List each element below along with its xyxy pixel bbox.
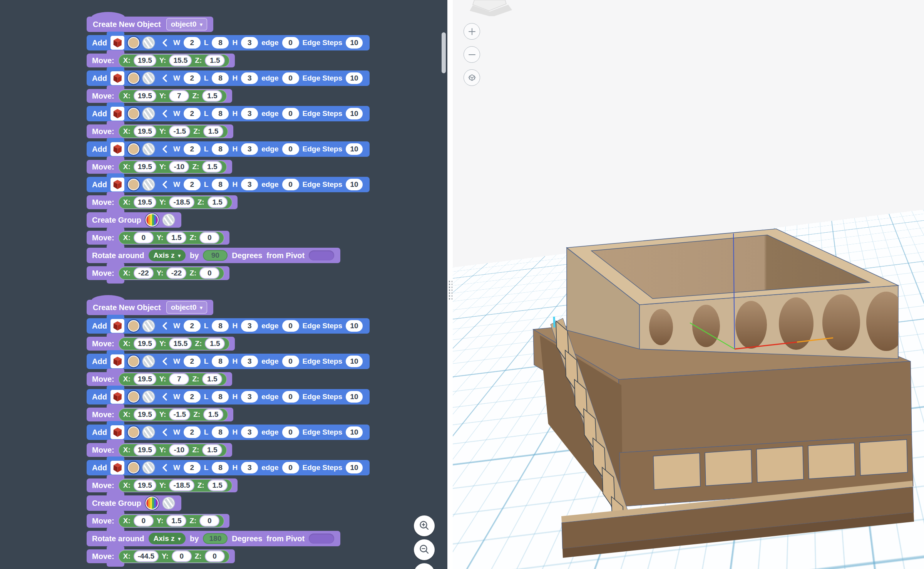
h-value-pill[interactable]: 3 <box>241 356 258 367</box>
pivot-socket[interactable] <box>309 250 334 260</box>
z-value-pill[interactable]: 0 <box>199 232 219 243</box>
color-swatch[interactable] <box>128 320 139 332</box>
3d-model[interactable] <box>447 0 924 569</box>
collapse-chevron-icon[interactable] <box>162 109 167 118</box>
create-new-object-block[interactable]: Create New Objectobject0▾ <box>87 300 213 315</box>
color-swatch[interactable] <box>128 143 139 155</box>
add-shape-block[interactable]: AddW2L8H3edge0Edge Steps10 <box>87 177 370 192</box>
add-shape-block[interactable]: AddW2L8H3edge0Edge Steps10 <box>87 106 370 121</box>
h-value-pill[interactable]: 3 <box>241 320 258 332</box>
add-shape-block[interactable]: AddW2L8H3edge0Edge Steps10 <box>87 460 370 475</box>
blocks-fit-view-button[interactable] <box>414 563 435 569</box>
material-swatch-icon[interactable] <box>143 462 154 473</box>
add-shape-block[interactable]: AddW2L8H3edge0Edge Steps10 <box>87 425 370 440</box>
color-swatch[interactable] <box>128 72 139 84</box>
collapse-chevron-icon[interactable] <box>162 145 167 153</box>
move-block[interactable]: Move:X:19.5Y:15.5Z:1.5 <box>87 337 235 351</box>
w-value-pill[interactable]: 2 <box>184 391 201 403</box>
z-value-pill[interactable]: 1.5 <box>208 196 228 208</box>
z-value-pill[interactable]: 1.5 <box>202 373 222 385</box>
edge-steps-value-pill[interactable]: 10 <box>346 320 363 332</box>
x-value-pill[interactable]: 19.5 <box>134 480 156 491</box>
h-value-pill[interactable]: 3 <box>241 462 258 473</box>
edge-steps-value-pill[interactable]: 10 <box>346 143 363 155</box>
l-value-pill[interactable]: 8 <box>212 179 229 190</box>
y-value-pill[interactable]: -1.5 <box>169 409 190 420</box>
collapse-chevron-icon[interactable] <box>162 39 167 47</box>
material-swatch-icon[interactable] <box>143 143 154 155</box>
h-value-pill[interactable]: 3 <box>241 108 258 119</box>
move-block[interactable]: Move:X:19.5Y:-1.5Z:1.5 <box>87 408 233 421</box>
collapse-chevron-icon[interactable] <box>162 463 167 472</box>
material-swatch-icon[interactable] <box>163 214 174 226</box>
w-value-pill[interactable]: 2 <box>184 72 201 84</box>
view-zoom-out-button[interactable] <box>464 46 480 63</box>
rotate-block[interactable]: Rotate aroundAxis z▾by180Degreesfrom Piv… <box>87 531 340 546</box>
l-value-pill[interactable]: 8 <box>212 37 229 49</box>
color-swatch[interactable] <box>128 356 139 367</box>
material-swatch-icon[interactable] <box>143 72 154 84</box>
z-value-pill[interactable]: 1.5 <box>205 338 225 349</box>
edge-steps-value-pill[interactable]: 10 <box>346 72 363 84</box>
vertical-scrollbar[interactable] <box>442 32 446 73</box>
y-value-pill[interactable]: -10 <box>169 161 189 173</box>
y-value-pill[interactable]: 0 <box>172 551 192 562</box>
x-value-pill[interactable]: 0 <box>134 232 154 243</box>
z-value-pill[interactable]: 0 <box>199 267 219 279</box>
group-color-swatch-icon[interactable] <box>146 213 159 227</box>
l-value-pill[interactable]: 8 <box>212 143 229 155</box>
create-group-block[interactable]: Create Group <box>87 212 181 228</box>
l-value-pill[interactable]: 8 <box>212 356 229 367</box>
edge-steps-value-pill[interactable]: 10 <box>346 179 363 190</box>
h-value-pill[interactable]: 3 <box>241 72 258 84</box>
edge-steps-value-pill[interactable]: 10 <box>346 356 363 367</box>
material-swatch-icon[interactable] <box>143 426 154 438</box>
group-color-swatch-icon[interactable] <box>146 497 159 510</box>
l-value-pill[interactable]: 8 <box>212 426 229 438</box>
move-block[interactable]: Move:X:19.5Y:-10Z:1.5 <box>87 443 232 457</box>
color-swatch[interactable] <box>128 179 139 190</box>
edge-value-pill[interactable]: 0 <box>282 143 299 155</box>
w-value-pill[interactable]: 2 <box>184 108 201 119</box>
3d-viewport[interactable] <box>447 0 924 569</box>
pivot-socket[interactable] <box>309 534 334 544</box>
box-shape-icon[interactable] <box>110 71 124 85</box>
grip-dots-icon[interactable] <box>448 280 452 300</box>
collapse-chevron-icon[interactable] <box>162 180 167 189</box>
y-value-pill[interactable]: 7 <box>169 373 189 385</box>
create-group-block[interactable]: Create Group <box>87 495 181 511</box>
x-value-pill[interactable]: 19.5 <box>134 55 156 66</box>
add-shape-block[interactable]: AddW2L8H3edge0Edge Steps10 <box>87 354 370 369</box>
w-value-pill[interactable]: 2 <box>184 179 201 190</box>
collapse-chevron-icon[interactable] <box>162 322 167 330</box>
z-value-pill[interactable]: 1.5 <box>202 444 222 456</box>
edge-steps-value-pill[interactable]: 10 <box>346 391 363 403</box>
blocks-zoom-out-button[interactable] <box>414 539 435 560</box>
edge-value-pill[interactable]: 0 <box>282 320 299 332</box>
y-value-pill[interactable]: -10 <box>169 444 189 456</box>
move-block[interactable]: Move:X:19.5Y:-18.5Z:1.5 <box>87 478 238 492</box>
edge-steps-value-pill[interactable]: 10 <box>346 426 363 438</box>
h-value-pill[interactable]: 3 <box>241 143 258 155</box>
l-value-pill[interactable]: 8 <box>212 108 229 119</box>
edge-value-pill[interactable]: 0 <box>282 356 299 367</box>
collapse-chevron-icon[interactable] <box>162 357 167 366</box>
color-swatch[interactable] <box>128 462 139 473</box>
move-block[interactable]: Move:X:19.5Y:-1.5Z:1.5 <box>87 124 233 138</box>
code-blocks-panel[interactable]: Create New Objectobject0▾AddW2L8H3edge0E… <box>0 0 447 569</box>
x-value-pill[interactable]: -44.5 <box>134 551 159 562</box>
x-value-pill[interactable]: 19.5 <box>134 373 156 385</box>
move-block[interactable]: Move:X:-22Y:-22Z:0 <box>87 266 229 280</box>
axis-dropdown[interactable]: Axis z▾ <box>149 250 186 261</box>
x-value-pill[interactable]: -22 <box>134 267 154 279</box>
edge-value-pill[interactable]: 0 <box>282 179 299 190</box>
z-value-pill[interactable]: 1.5 <box>202 161 222 173</box>
z-value-pill[interactable]: 1.5 <box>208 480 228 491</box>
x-value-pill[interactable]: 19.5 <box>134 161 156 173</box>
material-swatch-icon[interactable] <box>143 391 154 403</box>
y-value-pill[interactable]: -22 <box>166 267 186 279</box>
collapse-chevron-icon[interactable] <box>162 428 167 436</box>
edge-steps-value-pill[interactable]: 10 <box>346 108 363 119</box>
move-block[interactable]: Move:X:19.5Y:15.5Z:1.5 <box>87 54 235 67</box>
y-value-pill[interactable]: 1.5 <box>166 232 186 243</box>
